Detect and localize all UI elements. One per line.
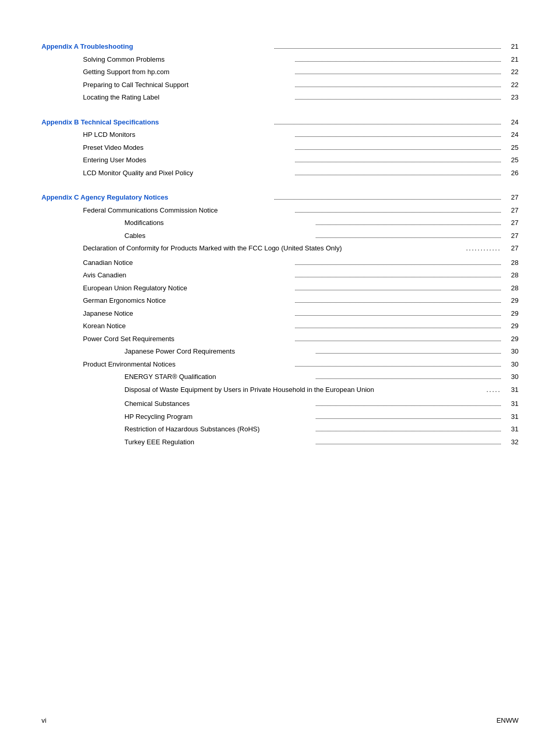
toc-entry[interactable]: Canadian Notice 28 [41,258,519,268]
page-container: Appendix A Troubleshooting 21 Solving Co… [0,0,560,503]
entry-page: 30 [503,359,519,370]
toc-dots [295,162,501,162]
entry-label: Getting Support from hp.com [83,67,293,77]
entry-label: Power Cord Set Requirements [83,334,293,344]
entry-page: 27 [503,218,519,228]
entry-page: 32 [503,437,519,447]
toc-entry[interactable]: ENERGY STAR® Qualification 30 [41,372,519,382]
toc-entry[interactable]: Disposal of Waste Equipment by Users in … [41,385,519,397]
entry-page: 29 [503,334,519,344]
entry-label: Product Environmental Notices [83,359,293,370]
entry-label: Canadian Notice [83,258,293,268]
toc-entry[interactable]: Cables 27 [41,231,519,241]
appendix-c-heading[interactable]: Appendix C Agency Regulatory Notices [41,192,272,203]
toc-heading-entry-a[interactable]: Appendix A Troubleshooting 21 [41,41,519,52]
entry-page: 22 [503,67,519,77]
toc-dots [316,237,501,238]
toc-entry[interactable]: Restriction of Hazardous Substances (RoH… [41,424,519,434]
entry-page: 25 [503,155,519,165]
toc-entry[interactable]: LCD Monitor Quality and Pixel Policy 26 [41,168,519,178]
toc-entry[interactable]: Declaration of Conformity for Products M… [41,243,519,255]
toc-entry[interactable]: Getting Support from hp.com 22 [41,67,519,77]
toc-dots-sparse: ............ [464,243,503,255]
entry-page: 21 [503,54,519,65]
entry-label: Restriction of Hazardous Substances (RoH… [124,424,314,434]
toc-entry[interactable]: Korean Notice 29 [41,321,519,331]
appendix-a-heading[interactable]: Appendix A Troubleshooting [41,41,272,52]
toc-entry[interactable]: Turkey EEE Regulation 32 [41,437,519,447]
toc-dots [295,264,501,265]
toc-entry[interactable]: Preset Video Modes 25 [41,143,519,153]
page-footer: vi ENWW [41,716,519,724]
toc-entry[interactable]: Avis Canadien 28 [41,270,519,280]
toc-dots [295,61,501,62]
toc-entry[interactable]: Preparing to Call Technical Support 22 [41,80,519,90]
entry-label: Turkey EEE Regulation [124,437,314,447]
entry-page: 29 [503,308,519,319]
toc-dots [295,366,501,367]
toc-dots [295,99,501,100]
entry-label: ENERGY STAR® Qualification [124,372,314,382]
entry-label: Preset Video Modes [83,143,293,153]
toc-entry[interactable]: HP Recycling Program 31 [41,412,519,422]
toc-dots [274,124,501,124]
entry-label: Locating the Rating Label [83,92,293,103]
toc-entry[interactable]: Japanese Notice 29 [41,308,519,319]
toc-entry[interactable]: German Ergonomics Notice 29 [41,296,519,306]
entry-page: 28 [503,270,519,280]
entry-label: Solving Common Problems [83,54,293,65]
toc-entry[interactable]: European Union Regulatory Notice 28 [41,283,519,293]
entry-page: 28 [503,258,519,268]
toc-dots [295,302,501,303]
entry-label: HP Recycling Program [124,412,314,422]
entry-label: Modifications [124,218,314,228]
toc-dots [295,328,501,328]
entry-label: Declaration of Conformity for Products M… [83,243,464,254]
toc-dots [274,199,501,200]
toc-dots [274,48,501,49]
toc-entry[interactable]: Federal Communications Commission Notice… [41,205,519,216]
toc-entry[interactable]: Japanese Power Cord Requirements 30 [41,346,519,357]
entry-label: Chemical Substances [124,399,314,409]
entry-page: 29 [503,296,519,306]
entry-page: 27 [503,243,519,254]
appendix-b-page: 24 [503,117,519,128]
toc-heading-entry-b[interactable]: Appendix B Technical Specifications 24 [41,117,519,128]
toc-entry[interactable]: Locating the Rating Label 23 [41,92,519,103]
toc-entry[interactable]: Modifications 27 [41,218,519,228]
toc-dots [295,74,501,74]
entry-label: Avis Canadien [83,270,293,280]
toc-entry[interactable]: Power Cord Set Requirements 29 [41,334,519,344]
entry-label: LCD Monitor Quality and Pixel Policy [83,168,293,178]
entry-label: Preparing to Call Technical Support [83,80,293,90]
entry-label: Japanese Power Cord Requirements [124,346,314,357]
toc-dots [316,224,501,225]
toc-entry[interactable]: HP LCD Monitors 24 [41,130,519,140]
entry-label: Cables [124,231,314,241]
toc-dots [316,378,501,379]
entry-label: Japanese Notice [83,308,293,319]
entry-page: 23 [503,92,519,103]
toc-entry[interactable]: Solving Common Problems 21 [41,54,519,65]
toc-dots [316,418,501,419]
entry-page: 30 [503,372,519,382]
toc-dots [295,87,501,87]
toc-dots [316,405,501,406]
entry-page: 27 [503,205,519,216]
entry-page: 26 [503,168,519,178]
toc-heading-entry-c[interactable]: Appendix C Agency Regulatory Notices 27 [41,192,519,203]
appendix-c-page: 27 [503,192,519,203]
entry-page: 31 [503,385,519,395]
toc-entry[interactable]: Product Environmental Notices 30 [41,359,519,370]
toc-dots [316,353,501,354]
toc-dots [295,149,501,150]
appendix-b-heading[interactable]: Appendix B Technical Specifications [41,117,272,128]
entry-label: Entering User Modes [83,155,293,165]
entry-label: German Ergonomics Notice [83,296,293,306]
entry-label: European Union Regulatory Notice [83,283,293,293]
footer-page-number: vi [41,716,46,724]
toc-entry[interactable]: Chemical Substances 31 [41,399,519,409]
entry-page: 24 [503,130,519,140]
toc-entry[interactable]: Entering User Modes 25 [41,155,519,165]
entry-label: HP LCD Monitors [83,130,293,140]
